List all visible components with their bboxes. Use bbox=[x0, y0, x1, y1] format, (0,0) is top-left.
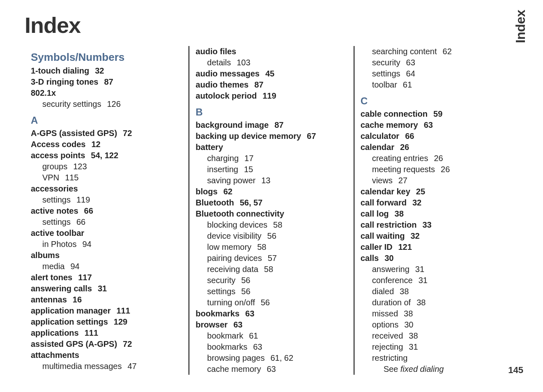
index-entry: call forward32 bbox=[361, 197, 512, 208]
entry-term: dialed bbox=[372, 287, 394, 296]
entry-pages: 31 bbox=[98, 284, 107, 293]
entry-pages: 56 bbox=[241, 276, 250, 285]
entry-pages: 31 bbox=[415, 265, 424, 274]
entry-term: active toolbar bbox=[31, 228, 84, 238]
index-entry: Access codes12 bbox=[31, 139, 182, 150]
index-subentry: settings119 bbox=[31, 194, 182, 205]
index-entry: calculator66 bbox=[361, 131, 512, 142]
letter-heading: A bbox=[31, 114, 182, 127]
entry-term: settings bbox=[372, 69, 400, 78]
entry-pages: 59 bbox=[433, 109, 442, 118]
entry-term: pairing devices bbox=[207, 254, 262, 263]
index-entry: cable connection59 bbox=[361, 108, 512, 120]
see-label: See bbox=[384, 364, 400, 374]
index-entry: active notes66 bbox=[31, 205, 182, 217]
entry-term: bookmarks bbox=[196, 309, 239, 318]
index-subentry: pairing devices57 bbox=[196, 253, 347, 264]
entry-term: applications bbox=[31, 328, 79, 337]
entry-pages: 56, 57 bbox=[240, 198, 263, 207]
entry-pages: 26 bbox=[441, 165, 450, 174]
entry-pages: 66 bbox=[76, 217, 85, 226]
entry-pages: 111 bbox=[85, 328, 98, 337]
index-subentry: security63 bbox=[361, 57, 512, 68]
entry-term: A-GPS (assisted GPS) bbox=[31, 129, 117, 138]
index-subentry: dialed38 bbox=[361, 286, 512, 297]
entry-pages: 61 bbox=[403, 80, 412, 89]
entry-pages: 117 bbox=[78, 273, 92, 282]
index-entry: background image87 bbox=[196, 120, 347, 131]
entry-pages: 58 bbox=[273, 220, 282, 229]
entry-pages: 45 bbox=[265, 69, 274, 78]
index-subentry: groups123 bbox=[31, 161, 182, 172]
entry-term: security bbox=[207, 276, 235, 285]
entry-pages: 63 bbox=[267, 364, 276, 374]
index-subentry: creating entries26 bbox=[361, 153, 512, 164]
entry-term: missed bbox=[372, 309, 398, 318]
entry-term: charging bbox=[207, 154, 239, 163]
entry-pages: 54, 122 bbox=[91, 151, 118, 160]
entry-pages: 126 bbox=[107, 99, 120, 108]
index-page: Index Symbols/Numbers1-touch dialing323-… bbox=[0, 0, 543, 392]
entry-pages: 38 bbox=[404, 309, 413, 318]
entry-term: groups bbox=[42, 162, 67, 171]
entry-pages: 38 bbox=[395, 209, 404, 218]
index-entry: access points54, 122 bbox=[31, 150, 182, 161]
columns-wrapper: Symbols/Numbers1-touch dialing323-D ring… bbox=[25, 46, 518, 375]
index-entry: calls30 bbox=[361, 253, 512, 264]
entry-term: received bbox=[372, 331, 403, 340]
entry-term: alert tones bbox=[31, 273, 72, 282]
entry-pages: 15 bbox=[244, 165, 253, 174]
index-subentry: device visibility56 bbox=[196, 231, 347, 242]
entry-term: inserting bbox=[207, 165, 238, 174]
index-subentry: settings64 bbox=[361, 68, 512, 79]
entry-pages: 119 bbox=[262, 91, 276, 100]
entry-term: saving power bbox=[207, 176, 255, 185]
side-tab-label: Index bbox=[513, 10, 528, 43]
entry-pages: 12 bbox=[91, 140, 100, 149]
entry-term: caller ID bbox=[361, 242, 393, 251]
entry-term: blogs bbox=[196, 187, 217, 196]
entry-term: accessories bbox=[31, 184, 78, 193]
index-subentry: in Photos94 bbox=[31, 239, 182, 250]
entry-pages: 57 bbox=[268, 254, 277, 263]
index-subentry: toolbar61 bbox=[361, 79, 512, 90]
entry-term: Access codes bbox=[31, 140, 85, 149]
entry-pages: 25 bbox=[416, 187, 425, 196]
index-entry: audio messages45 bbox=[196, 68, 347, 79]
entry-term: views bbox=[372, 176, 393, 185]
entry-pages: 31 bbox=[409, 342, 418, 351]
entry-pages: 62 bbox=[223, 187, 232, 196]
entry-term: searching content bbox=[372, 47, 437, 56]
entry-term: 802.1x bbox=[31, 88, 56, 97]
index-subentry: inserting15 bbox=[196, 164, 347, 175]
entry-term: settings bbox=[42, 217, 71, 226]
entry-term: assisted GPS (A-GPS) bbox=[31, 339, 117, 348]
letter-heading: C bbox=[361, 95, 512, 108]
index-entry: bookmarks63 bbox=[196, 308, 347, 319]
entry-term: call restriction bbox=[361, 220, 417, 229]
entry-term: conference bbox=[372, 276, 413, 285]
entry-term: browser bbox=[196, 320, 228, 329]
entry-term: settings bbox=[42, 195, 71, 204]
entry-pages: 26 bbox=[434, 154, 443, 163]
entry-term: calendar bbox=[361, 143, 394, 152]
entry-term: audio themes bbox=[196, 80, 248, 89]
entry-pages: 31 bbox=[419, 276, 428, 285]
entry-pages: 26 bbox=[400, 143, 409, 152]
entry-term: call waiting bbox=[361, 231, 405, 240]
entry-pages: 87 bbox=[104, 77, 113, 86]
entry-pages: 121 bbox=[398, 242, 412, 251]
entry-pages: 27 bbox=[398, 176, 407, 185]
index-subentry: settings66 bbox=[31, 217, 182, 228]
index-entry: autolock period119 bbox=[196, 90, 347, 101]
entry-pages: 32 bbox=[410, 231, 419, 240]
index-subentry: details103 bbox=[196, 57, 347, 68]
index-entry: 3-D ringing tones87 bbox=[31, 76, 182, 88]
index-entry: call restriction33 bbox=[361, 219, 512, 231]
entry-term: VPN bbox=[42, 173, 59, 182]
index-entry: active toolbar bbox=[31, 228, 182, 239]
index-subentry: options30 bbox=[361, 319, 512, 330]
entry-pages: 30 bbox=[384, 254, 393, 263]
index-subentry: blocking devices58 bbox=[196, 219, 347, 231]
entry-term: media bbox=[42, 262, 64, 271]
